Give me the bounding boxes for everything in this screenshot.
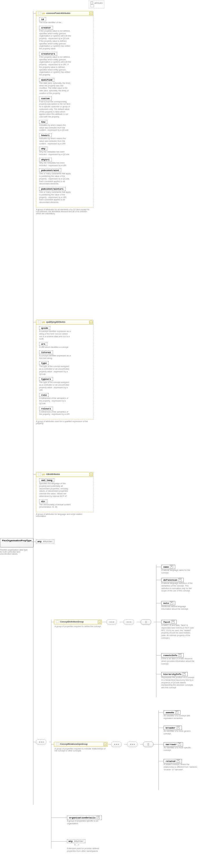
expand-icon[interactable]: – bbox=[151, 620, 151, 624]
elem-note-desc: Additional natural language information … bbox=[161, 605, 196, 611]
elem-sameas[interactable]: sameAs+ bbox=[164, 710, 180, 715]
attr-pubconstraint: pubconstraint One or many constraints th… bbox=[39, 168, 91, 185]
expand-icon[interactable]: + bbox=[97, 816, 100, 819]
sequence-compositor-crg-outer[interactable]: – bbox=[111, 742, 122, 747]
collapse-icon[interactable]: – bbox=[89, 321, 93, 324]
attr-howuri-name[interactable]: howuri bbox=[39, 133, 52, 137]
elem-definition-desc: A natural language definition of the sem… bbox=[161, 582, 196, 592]
attr-creatoruri-name[interactable]: creatoruri bbox=[39, 52, 57, 56]
elem-broader[interactable]: broader+ bbox=[164, 726, 182, 730]
collapse-icon[interactable]: – bbox=[89, 12, 93, 15]
elem-narrower[interactable]: narrower+ bbox=[164, 742, 183, 746]
expand-icon[interactable]: + bbox=[178, 578, 182, 581]
group-icon bbox=[56, 620, 59, 623]
attr-xmllang: xml:lang Specifies the language of this … bbox=[39, 478, 91, 498]
expand-icon[interactable]: + bbox=[172, 620, 175, 623]
attr-dir-desc: The directionality of textual content (e… bbox=[39, 503, 71, 509]
elem-definition-label: definition bbox=[163, 579, 177, 581]
connector bbox=[49, 742, 51, 742]
elem-broader-label: broader bbox=[166, 726, 176, 729]
elem-facet[interactable]: facet+ bbox=[161, 620, 177, 624]
attr-id-name[interactable]: id bbox=[39, 18, 46, 21]
sequence-compositor-crg[interactable]: – 0..∞ bbox=[127, 742, 138, 747]
sequence-compositor-cdg-outer[interactable]: – bbox=[107, 619, 117, 625]
group-i18nattributes: grpi18nAttributes – xml:lang Specifies t… bbox=[36, 472, 93, 517]
attr-type-name[interactable]: type bbox=[39, 361, 49, 365]
choice-compositor-cdg[interactable]: – bbox=[141, 619, 151, 625]
attr-creator-desc: If the property value is not defined, sp… bbox=[39, 30, 71, 50]
root-type-box[interactable]: FlexOrganisationPropType bbox=[0, 538, 34, 547]
attr-whyuri: whyuri Why the metadata has been include… bbox=[39, 158, 91, 167]
collapse-icon[interactable]: – bbox=[98, 620, 101, 624]
sequence-compositor-root[interactable]: – bbox=[36, 739, 47, 745]
elem-hierarchyinfo[interactable]: hierarchyInfo+ bbox=[161, 672, 188, 676]
attr-why-name[interactable]: why bbox=[39, 147, 47, 151]
group-header-qualifyingattributes[interactable]: grpqualifyingAttributes – bbox=[36, 320, 93, 325]
expand-icon[interactable]: + bbox=[182, 672, 186, 676]
attr-roleuri-name[interactable]: roleuri bbox=[39, 407, 53, 410]
attr-whyuri-name[interactable]: whyuri bbox=[39, 158, 52, 161]
expand-icon[interactable]: + bbox=[170, 601, 173, 604]
attr-literal-name[interactable]: literal bbox=[39, 350, 53, 354]
connector bbox=[33, 742, 36, 742]
expand-icon[interactable]: – bbox=[134, 620, 134, 624]
connector bbox=[51, 817, 67, 818]
elem-name[interactable]: name+ bbox=[161, 565, 175, 569]
attr-role-name[interactable]: role bbox=[39, 393, 49, 397]
attr-custom-name[interactable]: custom bbox=[39, 97, 52, 100]
attr-typeuri-name[interactable]: typeuri bbox=[39, 377, 53, 381]
choice-compositor-crg[interactable]: – bbox=[143, 742, 153, 747]
group-header-commonpowerattributes[interactable]: grpcommonPowerAttributes – bbox=[36, 11, 93, 16]
expand-icon[interactable]: + bbox=[175, 711, 178, 714]
elem-related[interactable]: related+ bbox=[164, 759, 182, 763]
sequence-compositor-cdg[interactable]: – 0..∞ bbox=[124, 619, 134, 625]
expand-icon[interactable]: – bbox=[117, 620, 117, 624]
group-annotation-commonpowerattributes: A group of attributes for all elements o… bbox=[36, 208, 90, 215]
attr-dir-name[interactable]: dir bbox=[39, 499, 47, 503]
any-attribute-other[interactable]: any ##other bbox=[36, 539, 54, 543]
group-name: ConceptDefinitionGroup bbox=[60, 621, 84, 623]
attr-pubconstraint-name[interactable]: pubconstraint bbox=[39, 168, 61, 172]
group-annotation-qualifyingattributes: A group of attributes used for a qualifi… bbox=[36, 420, 90, 425]
collapse-icon[interactable]: – bbox=[89, 473, 93, 476]
group-header-i18nattributes[interactable]: grpi18nAttributes – bbox=[36, 472, 93, 477]
legend-solid-icon bbox=[90, 1, 93, 4]
expand-icon[interactable]: – bbox=[46, 740, 47, 744]
attr-custom-desc: If set to true the corresponding propert… bbox=[39, 101, 71, 118]
connector bbox=[156, 580, 161, 580]
attr-type-desc: The type of the concept assigned as a co… bbox=[39, 365, 71, 375]
group-header-conceptrelationshipsgroup[interactable]: ConceptRelationshipsGroup – bbox=[54, 742, 108, 747]
elem-definition[interactable]: definition+ bbox=[161, 578, 184, 582]
elem-narrower-desc: An identifier of a more specific concept… bbox=[164, 746, 199, 752]
expand-icon[interactable]: – bbox=[137, 743, 138, 746]
collapse-icon[interactable]: – bbox=[103, 743, 107, 746]
elem-organisationdetails[interactable]: organisationDetails+ bbox=[67, 815, 102, 820]
any-element-other[interactable]: any ##other bbox=[67, 839, 85, 843]
attr-xmllang-name[interactable]: xml:lang bbox=[39, 478, 54, 482]
attr-modified-name[interactable]: modified bbox=[39, 78, 54, 82]
expand-icon[interactable]: + bbox=[170, 565, 173, 568]
elem-note[interactable]: note+ bbox=[161, 601, 175, 605]
expand-icon[interactable]: + bbox=[178, 653, 182, 657]
attr-qcode-name[interactable]: qcode bbox=[39, 326, 50, 330]
expand-icon[interactable]: + bbox=[178, 742, 181, 746]
connector bbox=[33, 11, 33, 805]
group-commonpowerattributes: grpcommonPowerAttributes – id The local … bbox=[36, 11, 93, 215]
elem-remoteinfo[interactable]: remoteInfo+ bbox=[161, 653, 184, 657]
expand-icon[interactable]: – bbox=[121, 743, 122, 746]
attr-uri-name[interactable]: uri bbox=[39, 342, 47, 346]
group-header-conceptdefinitiongroup[interactable]: ConceptDefinitionGroup – bbox=[54, 620, 102, 624]
connector bbox=[156, 565, 156, 697]
any-keyword: any bbox=[37, 540, 41, 543]
attr-custom: custom If set to true the corresponding … bbox=[39, 97, 91, 118]
group-name: i18nAttributes bbox=[46, 473, 60, 475]
attr-role-desc: A refinement of the semantics of the pro… bbox=[39, 397, 71, 405]
expand-icon[interactable]: + bbox=[177, 759, 180, 763]
attr-creator-name[interactable]: creator bbox=[39, 26, 53, 30]
attr-pubconstrainturi-name[interactable]: pubconstrainturi bbox=[39, 187, 65, 191]
expand-icon[interactable]: + bbox=[177, 726, 180, 729]
attr-xmllang-desc: Specifies the language of this property … bbox=[39, 483, 71, 498]
elem-broader-desc: An identifier of a more generic concept. bbox=[164, 730, 199, 735]
attr-how-name[interactable]: how bbox=[39, 120, 47, 124]
attr-id-desc: The local identifier of the... bbox=[39, 22, 71, 24]
